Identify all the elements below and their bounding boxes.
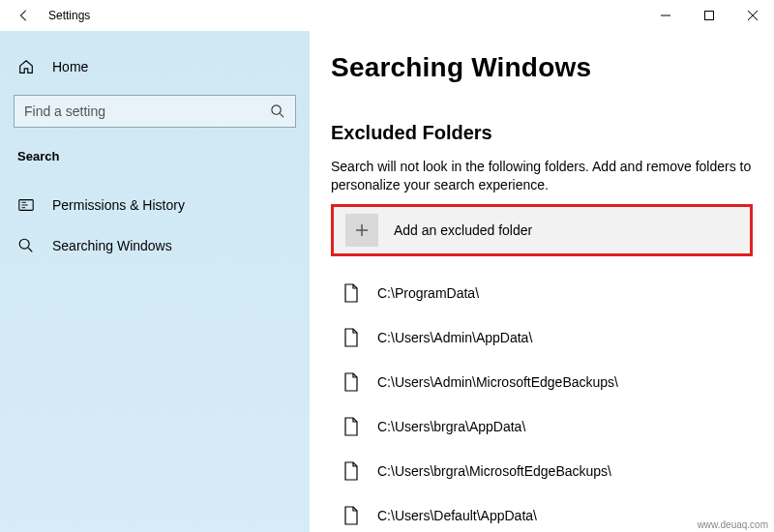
search-icon	[270, 103, 285, 119]
search-input[interactable]	[24, 103, 270, 119]
excluded-folders-list: C:\ProgramData\C:\Users\Admin\AppData\C:…	[331, 274, 753, 532]
folder-path: C:\Users\Admin\AppData\	[377, 330, 532, 345]
excluded-folder-item[interactable]: C:\Users\brgra\AppData\	[342, 407, 753, 446]
svg-line-9	[28, 248, 32, 251]
maximize-button[interactable]	[687, 1, 730, 30]
svg-line-3	[280, 113, 283, 117]
folder-doc-icon	[342, 326, 360, 349]
titlebar-left: Settings	[0, 9, 90, 22]
folder-path: C:\Users\brgra\MicrosoftEdgeBackups\	[377, 463, 611, 479]
svg-point-2	[272, 105, 281, 114]
permissions-icon	[17, 196, 35, 214]
sidebar-item-label: Searching Windows	[52, 238, 172, 253]
page-title: Searching Windows	[331, 52, 753, 83]
home-label: Home	[52, 59, 88, 74]
window-controls	[643, 1, 774, 30]
folder-doc-icon	[342, 459, 360, 483]
home-nav[interactable]: Home	[10, 52, 300, 81]
sidebar: Home Search Permissions & History Search…	[0, 31, 310, 532]
sidebar-item-searching-windows[interactable]: Searching Windows	[10, 225, 300, 266]
find-setting-search[interactable]	[14, 95, 296, 128]
search-windows-icon	[17, 237, 35, 254]
excluded-folder-item[interactable]: C:\Users\Admin\MicrosoftEdgeBackups\	[342, 363, 753, 401]
folder-doc-icon	[342, 415, 360, 438]
excluded-folders-heading: Excluded Folders	[331, 122, 753, 144]
home-icon	[17, 58, 35, 75]
folder-doc-icon	[342, 281, 360, 305]
watermark: www.deuaq.com	[698, 519, 768, 530]
folder-path: C:\Users\brgra\AppData\	[377, 419, 525, 434]
add-excluded-folder-label: Add an excluded folder	[394, 222, 532, 238]
minimize-button[interactable]	[643, 1, 687, 30]
svg-rect-1	[704, 12, 713, 20]
excluded-folder-item[interactable]: C:\Users\brgra\MicrosoftEdgeBackups\	[342, 452, 753, 490]
folder-path: C:\ProgramData\	[377, 285, 479, 301]
sidebar-item-label: Permissions & History	[52, 197, 185, 213]
window-title: Settings	[48, 9, 90, 22]
folder-path: C:\Users\Admin\MicrosoftEdgeBackups\	[377, 374, 618, 390]
sidebar-section-label: Search	[10, 145, 300, 167]
excluded-folders-description: Search will not look in the following fo…	[331, 158, 753, 194]
main-area: Home Search Permissions & History Search…	[0, 31, 774, 532]
folder-doc-icon	[342, 370, 360, 394]
maximize-icon	[704, 11, 714, 20]
plus-icon	[345, 214, 378, 247]
excluded-folder-item[interactable]: C:\ProgramData\	[342, 274, 753, 312]
folder-doc-icon	[342, 504, 360, 527]
titlebar: Settings	[0, 0, 774, 31]
add-excluded-folder-button[interactable]: Add an excluded folder	[331, 204, 753, 256]
back-button[interactable]	[17, 9, 31, 22]
svg-point-8	[19, 239, 29, 249]
folder-path: C:\Users\Default\AppData\	[377, 508, 537, 523]
excluded-folder-item[interactable]: C:\Users\Admin\AppData\	[342, 318, 753, 357]
content-pane: Searching Windows Excluded Folders Searc…	[310, 31, 774, 532]
arrow-left-icon	[17, 9, 31, 22]
sidebar-item-permissions-history[interactable]: Permissions & History	[10, 185, 300, 225]
minimize-icon	[661, 11, 670, 20]
close-icon	[748, 11, 758, 20]
excluded-folder-item[interactable]: C:\Users\Default\AppData\	[342, 496, 753, 532]
close-button[interactable]	[730, 1, 774, 30]
